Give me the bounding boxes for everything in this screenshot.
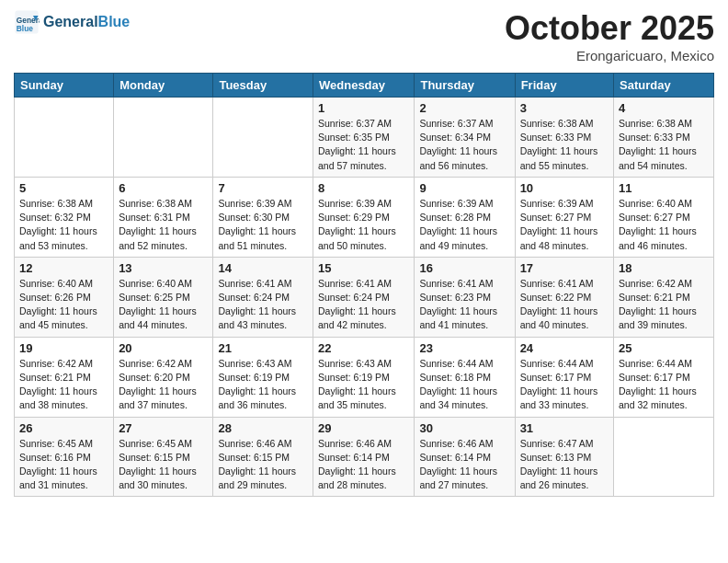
col-monday: Monday	[114, 74, 213, 98]
calendar-cell: 19Sunrise: 6:42 AMSunset: 6:21 PMDayligh…	[15, 337, 114, 417]
day-number: 18	[619, 261, 709, 275]
calendar-cell: 5Sunrise: 6:38 AMSunset: 6:32 PMDaylight…	[15, 177, 114, 257]
day-info: Sunrise: 6:43 AMSunset: 6:19 PMDaylight:…	[218, 357, 308, 413]
calendar-cell: 11Sunrise: 6:40 AMSunset: 6:27 PMDayligh…	[614, 177, 714, 257]
day-info: Sunrise: 6:37 AMSunset: 6:34 PMDaylight:…	[419, 117, 509, 173]
day-number: 22	[318, 341, 409, 355]
header: General Blue GeneralBlue October 2025 Er…	[14, 9, 714, 63]
col-saturday: Saturday	[614, 74, 714, 98]
calendar-cell: 27Sunrise: 6:45 AMSunset: 6:15 PMDayligh…	[114, 417, 213, 497]
calendar-cell: 6Sunrise: 6:38 AMSunset: 6:31 PMDaylight…	[114, 177, 213, 257]
calendar-cell: 9Sunrise: 6:39 AMSunset: 6:28 PMDaylight…	[415, 177, 515, 257]
day-number: 2	[419, 101, 509, 115]
calendar-cell: 18Sunrise: 6:42 AMSunset: 6:21 PMDayligh…	[614, 257, 714, 337]
day-number: 12	[19, 261, 108, 275]
day-number: 29	[318, 421, 409, 435]
logo-text-general: General	[43, 14, 98, 29]
calendar-header-row: Sunday Monday Tuesday Wednesday Thursday…	[15, 74, 714, 98]
calendar-cell: 24Sunrise: 6:44 AMSunset: 6:17 PMDayligh…	[515, 337, 613, 417]
day-info: Sunrise: 6:42 AMSunset: 6:21 PMDaylight:…	[19, 357, 108, 413]
calendar-cell: 8Sunrise: 6:39 AMSunset: 6:29 PMDaylight…	[313, 177, 415, 257]
day-info: Sunrise: 6:42 AMSunset: 6:21 PMDaylight:…	[619, 277, 709, 333]
day-number: 17	[520, 261, 609, 275]
day-number: 28	[218, 421, 308, 435]
page: General Blue GeneralBlue October 2025 Er…	[0, 0, 728, 563]
col-tuesday: Tuesday	[213, 74, 313, 98]
day-number: 10	[520, 181, 609, 195]
day-number: 26	[19, 421, 108, 435]
calendar-cell: 31Sunrise: 6:47 AMSunset: 6:13 PMDayligh…	[515, 417, 613, 497]
calendar-cell: 4Sunrise: 6:38 AMSunset: 6:33 PMDaylight…	[614, 98, 714, 178]
calendar-cell: 13Sunrise: 6:40 AMSunset: 6:25 PMDayligh…	[114, 257, 213, 337]
col-wednesday: Wednesday	[313, 74, 415, 98]
calendar-cell: 29Sunrise: 6:46 AMSunset: 6:14 PMDayligh…	[313, 417, 415, 497]
col-thursday: Thursday	[415, 74, 515, 98]
day-info: Sunrise: 6:44 AMSunset: 6:18 PMDaylight:…	[419, 357, 509, 413]
day-info: Sunrise: 6:45 AMSunset: 6:16 PMDaylight:…	[19, 437, 108, 493]
day-number: 24	[520, 341, 609, 355]
day-info: Sunrise: 6:47 AMSunset: 6:13 PMDaylight:…	[520, 437, 609, 493]
day-number: 13	[119, 261, 208, 275]
calendar-cell	[114, 98, 213, 178]
day-info: Sunrise: 6:39 AMSunset: 6:28 PMDaylight:…	[419, 197, 509, 253]
day-info: Sunrise: 6:38 AMSunset: 6:32 PMDaylight:…	[19, 197, 108, 253]
calendar-week-1: 1Sunrise: 6:37 AMSunset: 6:35 PMDaylight…	[15, 98, 714, 178]
calendar-cell: 16Sunrise: 6:41 AMSunset: 6:23 PMDayligh…	[415, 257, 515, 337]
logo-text-blue: Blue	[98, 14, 131, 29]
calendar-cell: 28Sunrise: 6:46 AMSunset: 6:15 PMDayligh…	[213, 417, 313, 497]
day-info: Sunrise: 6:39 AMSunset: 6:30 PMDaylight:…	[218, 197, 308, 253]
calendar-cell: 25Sunrise: 6:44 AMSunset: 6:17 PMDayligh…	[614, 337, 714, 417]
day-number: 25	[619, 341, 709, 355]
calendar-cell: 21Sunrise: 6:43 AMSunset: 6:19 PMDayligh…	[213, 337, 313, 417]
day-info: Sunrise: 6:38 AMSunset: 6:33 PMDaylight:…	[520, 117, 609, 173]
col-friday: Friday	[515, 74, 613, 98]
day-number: 31	[520, 421, 609, 435]
day-number: 15	[318, 261, 409, 275]
day-number: 19	[19, 341, 108, 355]
location: Erongaricuaro, Mexico	[505, 48, 714, 63]
logo: General Blue GeneralBlue	[14, 9, 130, 35]
day-info: Sunrise: 6:44 AMSunset: 6:17 PMDaylight:…	[619, 357, 709, 413]
day-info: Sunrise: 6:41 AMSunset: 6:22 PMDaylight:…	[520, 277, 609, 333]
calendar-cell: 2Sunrise: 6:37 AMSunset: 6:34 PMDaylight…	[415, 98, 515, 178]
day-info: Sunrise: 6:38 AMSunset: 6:33 PMDaylight:…	[619, 117, 709, 173]
calendar-cell: 23Sunrise: 6:44 AMSunset: 6:18 PMDayligh…	[415, 337, 515, 417]
calendar-cell: 30Sunrise: 6:46 AMSunset: 6:14 PMDayligh…	[415, 417, 515, 497]
calendar-week-3: 12Sunrise: 6:40 AMSunset: 6:26 PMDayligh…	[15, 257, 714, 337]
day-info: Sunrise: 6:43 AMSunset: 6:19 PMDaylight:…	[318, 357, 409, 413]
day-info: Sunrise: 6:39 AMSunset: 6:29 PMDaylight:…	[318, 197, 409, 253]
day-info: Sunrise: 6:38 AMSunset: 6:31 PMDaylight:…	[119, 197, 208, 253]
day-number: 5	[19, 181, 108, 195]
calendar-cell: 10Sunrise: 6:39 AMSunset: 6:27 PMDayligh…	[515, 177, 613, 257]
day-number: 14	[218, 261, 308, 275]
day-number: 9	[419, 181, 509, 195]
calendar-week-4: 19Sunrise: 6:42 AMSunset: 6:21 PMDayligh…	[15, 337, 714, 417]
day-number: 27	[119, 421, 208, 435]
calendar-cell: 20Sunrise: 6:42 AMSunset: 6:20 PMDayligh…	[114, 337, 213, 417]
day-info: Sunrise: 6:40 AMSunset: 6:27 PMDaylight:…	[619, 197, 709, 253]
day-number: 6	[119, 181, 208, 195]
day-number: 3	[520, 101, 609, 115]
calendar-cell	[15, 98, 114, 178]
day-info: Sunrise: 6:45 AMSunset: 6:15 PMDaylight:…	[119, 437, 208, 493]
calendar-cell: 15Sunrise: 6:41 AMSunset: 6:24 PMDayligh…	[313, 257, 415, 337]
month-title: October 2025	[505, 9, 714, 48]
day-number: 7	[218, 181, 308, 195]
calendar-cell: 14Sunrise: 6:41 AMSunset: 6:24 PMDayligh…	[213, 257, 313, 337]
calendar-table: Sunday Monday Tuesday Wednesday Thursday…	[14, 73, 714, 497]
col-sunday: Sunday	[15, 74, 114, 98]
day-info: Sunrise: 6:39 AMSunset: 6:27 PMDaylight:…	[520, 197, 609, 253]
day-info: Sunrise: 6:40 AMSunset: 6:25 PMDaylight:…	[119, 277, 208, 333]
day-info: Sunrise: 6:41 AMSunset: 6:23 PMDaylight:…	[419, 277, 509, 333]
title-block: October 2025 Erongaricuaro, Mexico	[505, 9, 714, 63]
calendar-cell: 17Sunrise: 6:41 AMSunset: 6:22 PMDayligh…	[515, 257, 613, 337]
day-number: 23	[419, 341, 509, 355]
calendar-cell: 12Sunrise: 6:40 AMSunset: 6:26 PMDayligh…	[15, 257, 114, 337]
day-number: 4	[619, 101, 709, 115]
day-info: Sunrise: 6:37 AMSunset: 6:35 PMDaylight:…	[318, 117, 409, 173]
day-number: 30	[419, 421, 509, 435]
day-number: 8	[318, 181, 409, 195]
calendar-cell: 3Sunrise: 6:38 AMSunset: 6:33 PMDaylight…	[515, 98, 613, 178]
day-number: 21	[218, 341, 308, 355]
day-info: Sunrise: 6:44 AMSunset: 6:17 PMDaylight:…	[520, 357, 609, 413]
